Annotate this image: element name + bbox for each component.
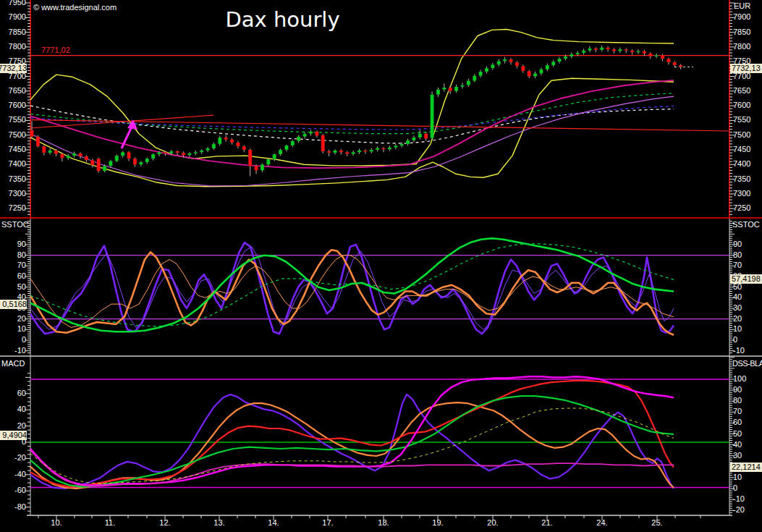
macd-axis-tick: -20 bbox=[0, 453, 26, 463]
copyright-text: © www.tradesignal.com bbox=[33, 3, 117, 12]
sstoc-axis-tick: 10 bbox=[733, 324, 742, 334]
last-price-badge-left: 7732,13 bbox=[0, 64, 27, 73]
chart-canvas[interactable] bbox=[0, 0, 762, 532]
last-price-badge-right: 7732,13 bbox=[730, 64, 762, 73]
price-axis-tick: 7850 bbox=[0, 28, 26, 37]
dss-axis-tick: 90 bbox=[733, 385, 742, 394]
price-axis-tick: 7800 bbox=[0, 42, 26, 51]
dss-bla-panel-label: DSS-BLA bbox=[732, 359, 762, 368]
price-axis-tick: 7250 bbox=[0, 203, 26, 213]
date-axis-label: 18. bbox=[373, 518, 394, 528]
price-axis-tick: 7650 bbox=[0, 86, 26, 96]
dss-axis-tick: 100 bbox=[733, 374, 746, 384]
price-axis-tick: 7600 bbox=[0, 101, 26, 110]
price-axis-tick: 7300 bbox=[733, 189, 750, 198]
sstoc-axis-tick: -10 bbox=[733, 346, 745, 355]
date-axis-label: 12. bbox=[154, 518, 176, 528]
dss-axis-tick: -10 bbox=[733, 494, 745, 504]
macd-axis-tick: 60 bbox=[0, 389, 26, 398]
price-axis-tick: 7950 bbox=[0, 0, 26, 7]
date-axis-label: 13. bbox=[208, 518, 230, 528]
currency-axis-label: EUR bbox=[734, 1, 750, 11]
date-axis-label: 21. bbox=[536, 518, 558, 528]
dss-axis-tick: 60 bbox=[733, 418, 742, 427]
price-axis-tick: 7450 bbox=[733, 145, 750, 154]
macd-axis-tick: -60 bbox=[0, 486, 26, 495]
sstoc-axis-tick: 10 bbox=[0, 324, 26, 334]
macd-axis-tick: 20 bbox=[0, 421, 26, 431]
date-axis-label: 17. bbox=[317, 518, 339, 528]
dss-axis-tick: 10 bbox=[733, 473, 742, 482]
sstoc-axis-tick: 80 bbox=[0, 250, 26, 260]
sstoc-axis-tick: 0 bbox=[733, 335, 737, 345]
dss-value-badge-right: 22,1214 bbox=[730, 463, 762, 472]
dss-axis-tick: -20 bbox=[733, 505, 745, 515]
sstoc-axis-tick: 30 bbox=[733, 303, 742, 313]
sstoc-axis-tick: 40 bbox=[733, 292, 742, 302]
price-axis-tick: 7600 bbox=[733, 101, 750, 110]
date-axis-label: 19. bbox=[427, 518, 449, 528]
macd-axis-tick: -80 bbox=[0, 502, 26, 512]
price-axis-tick: 7500 bbox=[733, 130, 750, 140]
sstoc-axis-tick: 20 bbox=[0, 314, 26, 324]
dss-axis-tick: 0 bbox=[733, 484, 737, 493]
price-axis-tick: 7800 bbox=[733, 42, 750, 51]
dss-axis-tick: 40 bbox=[733, 440, 742, 449]
macd-axis-tick: -40 bbox=[0, 470, 26, 479]
price-axis-tick: 7550 bbox=[733, 115, 750, 124]
sstoc-axis-tick: 70 bbox=[0, 261, 26, 270]
sstoc-axis-tick: 80 bbox=[733, 250, 742, 260]
sstoc-axis-tick: 90 bbox=[733, 240, 742, 249]
sstoc-value-badge-left: 0,5168 bbox=[0, 300, 27, 309]
price-axis-tick: 7350 bbox=[733, 174, 750, 184]
price-axis-tick: 7900 bbox=[0, 12, 26, 22]
sstoc-value-badge-right: 57,4198 bbox=[730, 274, 762, 284]
tradesignal-chart-window: © www.tradesignal.com Dax hourly EUR SST… bbox=[0, 0, 762, 532]
sstoc-axis-tick: 50 bbox=[0, 282, 26, 292]
price-axis-tick: 7350 bbox=[0, 174, 26, 184]
sstoc-axis-tick: -10 bbox=[0, 346, 26, 355]
sstoc-panel-label-right: SSTOC bbox=[732, 220, 760, 229]
sstoc-axis-tick: 70 bbox=[733, 261, 742, 270]
price-axis-tick: 7300 bbox=[0, 189, 26, 198]
dss-axis-tick: 70 bbox=[733, 407, 742, 416]
sstoc-axis-tick: 90 bbox=[0, 240, 26, 249]
macd-value-badge-left: 9,4904 bbox=[0, 431, 27, 440]
price-axis-tick: 7450 bbox=[0, 145, 26, 154]
alert-price-label: 7771,02 bbox=[41, 46, 70, 55]
macd-panel-label: MACD bbox=[1, 359, 25, 368]
sstoc-axis-tick: 0 bbox=[0, 335, 26, 345]
price-axis-tick: 7400 bbox=[733, 159, 750, 169]
price-axis-tick: 7400 bbox=[0, 159, 26, 169]
dss-axis-tick: 50 bbox=[733, 429, 742, 439]
price-axis-tick: 7850 bbox=[733, 28, 750, 37]
sstoc-panel-label-left: SSTOC bbox=[1, 220, 29, 229]
date-axis-label: 11. bbox=[99, 518, 121, 528]
date-axis-label: 14. bbox=[263, 518, 284, 528]
price-axis-tick: 7550 bbox=[0, 115, 26, 124]
dss-axis-tick: 80 bbox=[733, 396, 742, 405]
sstoc-axis-tick: 60 bbox=[0, 271, 26, 281]
dss-axis-tick: 30 bbox=[733, 451, 742, 460]
price-axis-tick: 7250 bbox=[733, 203, 750, 213]
macd-axis-tick: 40 bbox=[0, 405, 26, 414]
chart-title: Dax hourly bbox=[205, 7, 360, 32]
price-axis-tick: 7500 bbox=[0, 130, 26, 140]
sstoc-axis-tick: 20 bbox=[733, 314, 742, 324]
price-axis-tick: 7900 bbox=[733, 12, 750, 22]
price-axis-tick: 7650 bbox=[733, 86, 750, 96]
date-axis-label: 25. bbox=[646, 518, 668, 528]
date-axis-label: 20. bbox=[482, 518, 504, 528]
date-axis-label: 10. bbox=[46, 518, 67, 528]
date-axis-label: 24. bbox=[591, 518, 613, 528]
